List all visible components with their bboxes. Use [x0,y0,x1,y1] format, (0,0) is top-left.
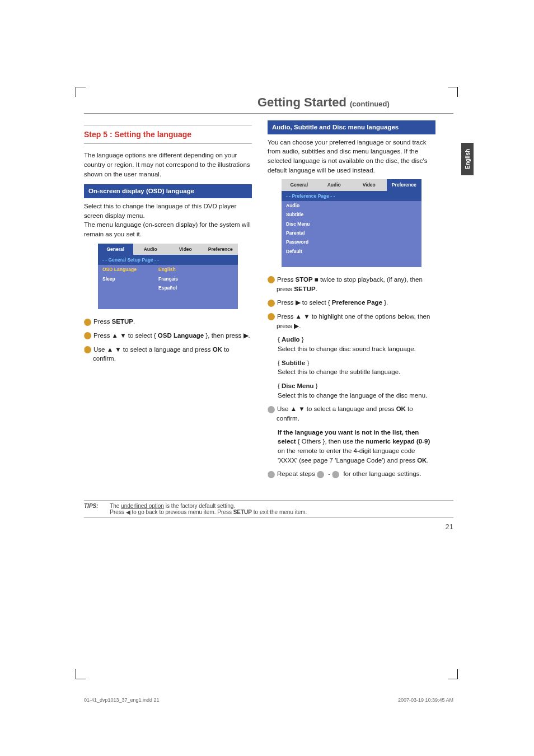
menu-row: Español [98,283,238,292]
menu-tab: Audio [317,179,352,190]
menu-tab: Preference [387,179,422,190]
option-block: { Disc Menu }Select this to change the l… [278,381,435,400]
page-number: 21 [84,522,453,531]
languages-intro: You can choose your preferred language o… [268,138,435,175]
osd-menu-screenshot: GeneralAudioVideoPreference - - General … [98,244,238,310]
crop-mark [76,669,86,679]
menu-row: Password [282,237,421,246]
crop-mark [448,669,458,679]
menu-row: Parental [282,228,421,237]
option-block: { Audio }Select this to change disc soun… [278,335,435,353]
title-text: Getting Started [257,95,346,109]
page-title: Getting Started (continued) [84,95,453,114]
menu-row: Subtitle [282,210,421,219]
print-footer: 01-41_dvp1013_37_eng1.indd 21 2007-03-19… [84,697,453,703]
menu-row: Audio [282,201,421,210]
preference-menu-screenshot: GeneralAudioVideoPreference - - Preferen… [282,179,421,267]
menu-row: Disc Menu [282,220,421,228]
step-instruction: 2Press ▶ to select { Preference Page }. [268,298,435,307]
page-content: English Getting Started (continued) Step… [84,95,453,531]
menu-page-title: - - General Setup Page - - [98,255,238,265]
step-instruction: 1Press STOP ■ twice to stop playback, (i… [268,275,435,293]
step-number-icon: 1 [84,319,91,326]
right-column: Audio, Subtitle and Disc menu languages … [268,120,435,483]
menu-tab: Preference [203,244,238,255]
footer-right: 2007-03-19 10:39:45 AM [398,697,453,703]
step-instruction: 4Use ▲ ▼ to select a language and press … [268,404,435,423]
step-number-icon: 4 [268,406,275,413]
step-instruction: 1Press SETUP. [84,317,252,326]
tips-line-1: The underlined option is the factory def… [110,503,235,509]
section-bar-languages: Audio, Subtitle and Disc menu languages [268,120,435,134]
step-number-icon: 1 [268,276,275,283]
tips-box: TIPS: The underlined option is the facto… [84,500,453,518]
step-heading: Step 5 : Setting the language [84,125,252,144]
step-number-icon: 2 [84,332,91,339]
osd-paragraph: Select this to change the language of th… [84,202,252,239]
step-number-icon: 2 [268,300,275,307]
intro-paragraph: The language options are different depen… [84,151,252,179]
step-number-icon: 5 [268,471,275,478]
footer-left: 01-41_dvp1013_37_eng1.indd 21 [84,697,160,703]
step-instruction: 2Press ▲ ▼ to select { OSD Language }, t… [84,331,252,340]
section-bar-osd: On-screen display (OSD) language [84,184,252,198]
left-column: Step 5 : Setting the language The langua… [84,120,252,483]
step-instruction: 3Press ▲ ▼ to highlight one of the optio… [268,312,435,330]
menu-tab: Video [168,244,203,255]
language-tab: English [461,143,474,175]
language-note: If the language you want is not in the l… [278,428,435,465]
step-instruction: 3Use ▲ ▼ to select a language and press … [84,345,252,363]
step-number-icon: 3 [268,313,275,320]
menu-tab: Video [352,179,387,190]
menu-row: OSD LanguageEnglish [98,265,238,274]
menu-tab: Audio [133,244,168,255]
step-text: Use ▲ ▼ to select a language and press O… [277,405,413,422]
option-block: { Subtitle }Select this to change the su… [278,358,435,377]
tips-label: TIPS: [84,503,99,509]
title-continued: (continued) [350,100,390,108]
menu-page-title: - - Preference Page - - [282,191,421,201]
menu-tab: General [282,179,317,190]
step-text: Repeat steps 3 - 4 for other language se… [277,470,421,477]
step-instruction: 5Repeat steps 3 - 4 for other language s… [268,469,435,479]
step-number-icon: 3 [84,346,91,353]
menu-tab: General [98,244,133,255]
menu-row: SleepFrançais [98,274,238,283]
menu-row: Default [282,247,421,256]
tips-line-2: Press ◀ to go back to previous menu item… [110,509,307,515]
